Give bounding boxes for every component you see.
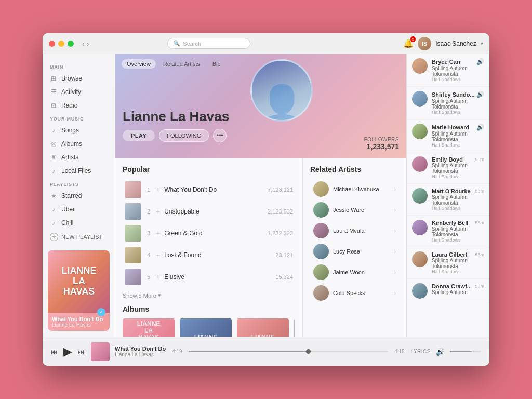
volume-bar[interactable] xyxy=(450,351,481,352)
play-pause-button[interactable]: ▶ xyxy=(63,345,72,358)
track-add-1[interactable]: + xyxy=(156,185,160,194)
sidebar-item-activity[interactable]: ☰ Activity xyxy=(43,85,115,99)
track-add-3[interactable]: + xyxy=(156,229,160,237)
track-row[interactable]: 5 + Elusive 15,324 xyxy=(123,266,295,288)
your-music-label: YOUR MUSIC xyxy=(43,112,115,124)
album-card-2[interactable]: LIANNELAHAVAS Is Your Love Big Enough? xyxy=(237,318,289,337)
friend-song-2: Spilling Autumn xyxy=(432,131,484,137)
fast-forward-button[interactable]: ⏭ xyxy=(77,348,85,356)
show-more-button[interactable]: Show 5 More ▾ xyxy=(123,292,295,299)
volume-icon-0: 🔊 xyxy=(476,58,484,65)
now-playing-card[interactable]: LIANNELAHAVAS ✓ What You Don't Do Lianne… xyxy=(48,250,110,331)
friend-avatar-1 xyxy=(412,91,428,107)
related-artist-2[interactable]: Laura Mvula › xyxy=(310,220,399,241)
friend-item-1[interactable]: Shirley Sando... 🔊 Spilling Autumn Tokim… xyxy=(407,87,489,119)
related-artist-4[interactable]: Jaime Woon › xyxy=(310,262,399,283)
related-artist-0[interactable]: Michael Kiwanuka › xyxy=(310,179,399,200)
sidebar-item-songs[interactable]: ♪ Songs xyxy=(43,124,115,137)
popular-section-title: Popular xyxy=(123,165,295,174)
traffic-lights xyxy=(49,41,74,47)
friend-avatar-0 xyxy=(412,58,428,74)
album-card-0[interactable]: LIANNELAHAVAS Blood xyxy=(123,318,175,337)
local-files-icon: ♪ xyxy=(50,167,57,175)
album-card-3[interactable]: LIANNELAHAVAS Live xyxy=(294,318,295,337)
related-artist-5[interactable]: Cold Specks › xyxy=(310,283,399,303)
content-area: Overview Related Artists Bio 👤 Lianne La… xyxy=(115,54,406,337)
friend-info-0: Bryce Carr 🔊 Spilling Autumn Tokimonsta … xyxy=(432,58,484,82)
titlebar: ‹ › 🔍 Search 🔔 5 IS Isaac Sanchez ▾ xyxy=(43,33,489,54)
track-name-3: Green & Gold xyxy=(164,230,263,237)
back-button[interactable]: ‹ xyxy=(82,39,85,48)
track-thumb-4 xyxy=(125,247,141,263)
sidebar-activity-label: Activity xyxy=(61,88,81,96)
forward-button[interactable]: › xyxy=(87,39,89,48)
friend-time-3: 56m xyxy=(475,157,484,162)
track-name-1: What You Don't Do xyxy=(164,186,263,193)
friend-item-3[interactable]: Emily Boyd 56m Spilling Autumn Tokimonst… xyxy=(407,152,489,184)
friend-item-2[interactable]: Marie Howard 🔊 Spilling Autumn Tokimonst… xyxy=(407,119,489,152)
player-controls: ⏮ ▶ ⏭ xyxy=(51,345,85,358)
sidebar-item-albums[interactable]: ◎ Albums xyxy=(43,137,115,151)
sidebar-item-browse[interactable]: ⊞ Browse xyxy=(43,72,115,85)
sidebar-item-artists[interactable]: ♜ Artists xyxy=(43,151,115,164)
following-button[interactable]: FOLLOWING xyxy=(159,129,209,142)
minimize-button[interactable] xyxy=(58,41,64,47)
sidebar-item-radio[interactable]: ⊡ Radio xyxy=(43,99,115,112)
sidebar-item-local-files[interactable]: ♪ Local Files xyxy=(43,164,115,178)
track-add-4[interactable]: + xyxy=(156,251,160,259)
sidebar-artists-label: Artists xyxy=(61,154,78,161)
new-playlist-button[interactable]: + NEW PLAYLIST xyxy=(43,230,115,244)
tab-overview[interactable]: Overview xyxy=(122,59,156,69)
maximize-button[interactable] xyxy=(68,41,74,47)
followers-area: FOLLOWERS 1,233,571 xyxy=(364,137,399,151)
friend-name-7: Donna Crawf... xyxy=(432,283,472,289)
tab-related-artists[interactable]: Related Artists xyxy=(158,59,205,69)
tab-bio[interactable]: Bio xyxy=(207,59,226,69)
sidebar-radio-label: Radio xyxy=(61,102,77,109)
friend-item-0[interactable]: Bryce Carr 🔊 Spilling Autumn Tokimonsta … xyxy=(407,54,489,87)
sidebar-item-uber[interactable]: ♪ Uber xyxy=(43,203,115,216)
friend-item-6[interactable]: Laura Gilbert 56m Spilling Autumn Tokimo… xyxy=(407,247,489,279)
user-chevron-icon[interactable]: ▾ xyxy=(481,41,483,46)
track-num-3: 3 xyxy=(145,230,152,236)
related-name-4: Jaime Woon xyxy=(333,269,365,275)
player-meta: What You Don't Do Lianne La Havas xyxy=(115,345,166,357)
volume-fill xyxy=(450,351,472,352)
related-artist-3[interactable]: Lucy Rose › xyxy=(310,241,399,262)
sidebar-albums-label: Albums xyxy=(61,140,82,148)
friend-item-7[interactable]: Donna Crawf... 56m Spilling Autumn xyxy=(407,279,489,303)
friend-time-5: 56m xyxy=(475,220,484,225)
chill-playlist-icon: ♪ xyxy=(50,219,57,227)
track-count-4: 23,121 xyxy=(275,252,293,258)
albums-section-title: Albums xyxy=(123,305,295,313)
track-thumb-5 xyxy=(125,269,141,285)
show-more-label: Show 5 More xyxy=(123,292,156,299)
close-button[interactable] xyxy=(49,41,55,47)
track-list: 1 + What You Don't Do 7,123,121 2 + Unst… xyxy=(123,179,295,288)
notification-icon[interactable]: 🔔 5 xyxy=(403,38,414,48)
sidebar-item-starred[interactable]: ★ Starred xyxy=(43,189,115,203)
track-row[interactable]: 3 + Green & Gold 1,232,323 xyxy=(123,222,295,244)
track-thumb-1 xyxy=(125,181,141,198)
track-add-5[interactable]: + xyxy=(156,273,160,281)
search-bar[interactable]: 🔍 Search xyxy=(167,38,250,49)
track-row[interactable]: 1 + What You Don't Do 7,123,121 xyxy=(123,179,295,201)
track-row[interactable]: 4 + Lost & Found 23,121 xyxy=(123,244,295,266)
friend-name-4: Matt O'Rourke xyxy=(432,188,471,194)
progress-bar[interactable] xyxy=(189,351,389,352)
more-button[interactable]: ••• xyxy=(213,129,227,142)
play-button[interactable]: PLAY xyxy=(123,130,155,141)
lyrics-button[interactable]: LYRICS xyxy=(411,349,431,354)
friend-item-5[interactable]: Kimberly Bell 56m Spilling Autumn Tokimo… xyxy=(407,216,489,247)
rewind-button[interactable]: ⏮ xyxy=(51,348,58,356)
related-artist-1[interactable]: Jessie Ware › xyxy=(310,200,399,220)
track-add-2[interactable]: + xyxy=(156,207,160,216)
sidebar-item-chill[interactable]: ♪ Chill xyxy=(43,216,115,230)
friend-item-4[interactable]: Matt O'Rourke 56m Spilling Autumn Tokimo… xyxy=(407,184,489,216)
volume-icon[interactable]: 🔊 xyxy=(436,348,445,356)
album-cover-0: LIANNELAHAVAS xyxy=(123,318,175,337)
album-card-1[interactable]: LIANNELAHAVAS Lianne La Havas xyxy=(180,318,232,337)
track-row[interactable]: 2 + Unstoppable 2,123,532 xyxy=(123,201,295,222)
track-count-5: 15,324 xyxy=(275,274,293,280)
sidebar-starred-label: Starred xyxy=(61,192,82,200)
